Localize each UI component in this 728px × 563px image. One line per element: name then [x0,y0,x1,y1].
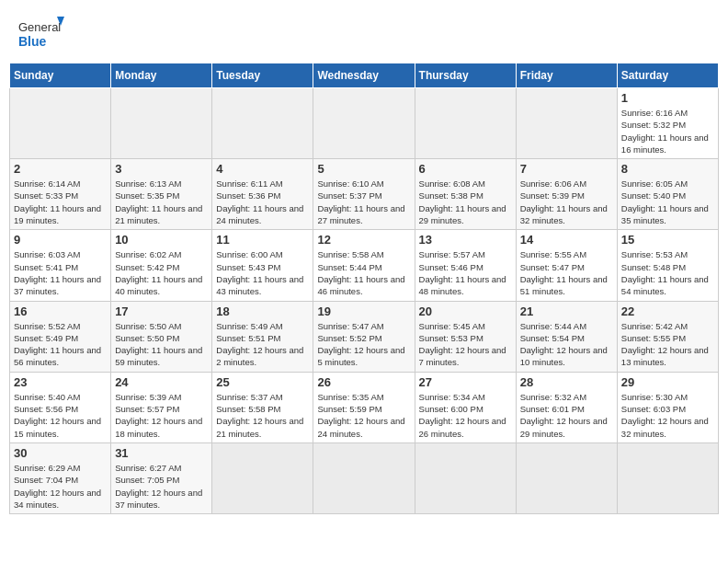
calendar-week-row: 16Sunrise: 5:52 AMSunset: 5:49 PMDayligh… [10,301,719,372]
calendar-day-cell: 10Sunrise: 6:02 AMSunset: 5:42 PMDayligh… [111,230,212,301]
calendar-day-cell: 27Sunrise: 5:34 AMSunset: 6:00 PMDayligh… [415,372,516,442]
calendar-day-cell: 19Sunrise: 5:47 AMSunset: 5:52 PMDayligh… [313,301,415,372]
calendar-day-cell [516,442,617,513]
day-of-week-header: Saturday [617,63,718,88]
day-number: 11 [216,233,309,247]
day-number: 28 [520,375,613,389]
day-number: 7 [520,162,613,176]
calendar-day-cell [617,442,718,513]
day-number: 23 [14,375,107,389]
calendar-day-cell: 31Sunrise: 6:27 AMSunset: 7:05 PMDayligh… [111,442,212,513]
calendar-day-cell: 4Sunrise: 6:11 AMSunset: 5:36 PMDaylight… [212,159,313,230]
calendar-week-row: 23Sunrise: 5:40 AMSunset: 5:56 PMDayligh… [10,372,719,442]
calendar-day-cell: 12Sunrise: 5:58 AMSunset: 5:44 PMDayligh… [313,230,415,301]
day-info: Sunrise: 5:58 AMSunset: 5:44 PMDaylight:… [317,248,410,297]
day-of-week-header: Monday [111,63,212,88]
day-number: 1 [621,91,714,105]
day-number: 16 [14,304,107,318]
calendar-day-cell: 7Sunrise: 6:06 AMSunset: 5:39 PMDaylight… [516,159,617,230]
calendar-day-cell: 26Sunrise: 5:35 AMSunset: 5:59 PMDayligh… [313,372,415,442]
calendar-day-cell: 13Sunrise: 5:57 AMSunset: 5:46 PMDayligh… [415,230,516,301]
day-info: Sunrise: 5:39 AMSunset: 5:57 PMDaylight:… [115,391,208,440]
day-info: Sunrise: 5:32 AMSunset: 6:01 PMDaylight:… [520,391,613,440]
day-number: 31 [115,446,208,460]
calendar-day-cell [313,88,415,159]
day-number: 14 [520,233,613,247]
day-info: Sunrise: 5:37 AMSunset: 5:58 PMDaylight:… [216,391,309,440]
day-info: Sunrise: 5:55 AMSunset: 5:47 PMDaylight:… [520,248,613,297]
day-number: 15 [621,233,714,247]
calendar-day-cell: 20Sunrise: 5:45 AMSunset: 5:53 PMDayligh… [415,301,516,372]
calendar-day-cell: 22Sunrise: 5:42 AMSunset: 5:55 PMDayligh… [617,301,718,372]
day-number: 21 [520,304,613,318]
calendar-day-cell: 8Sunrise: 6:05 AMSunset: 5:40 PMDaylight… [617,159,718,230]
logo: General Blue [18,17,64,53]
day-of-week-header: Sunday [10,63,111,88]
calendar-day-cell: 6Sunrise: 6:08 AMSunset: 5:38 PMDaylight… [415,159,516,230]
day-info: Sunrise: 6:27 AMSunset: 7:05 PMDaylight:… [115,462,208,511]
calendar-table: SundayMondayTuesdayWednesdayThursdayFrid… [9,63,719,514]
day-number: 29 [621,375,714,389]
day-info: Sunrise: 6:29 AMSunset: 7:04 PMDaylight:… [14,462,107,511]
day-info: Sunrise: 6:10 AMSunset: 5:37 PMDaylight:… [317,178,410,226]
day-number: 22 [621,304,714,318]
day-info: Sunrise: 5:47 AMSunset: 5:52 PMDaylight:… [317,320,410,369]
day-number: 9 [14,233,107,247]
page-header: General Blue [9,9,719,57]
calendar-day-cell [516,88,617,159]
day-info: Sunrise: 6:11 AMSunset: 5:36 PMDaylight:… [216,178,309,226]
day-number: 19 [317,304,410,318]
day-info: Sunrise: 6:16 AMSunset: 5:32 PMDaylight:… [621,107,714,155]
day-number: 26 [317,375,410,389]
calendar-week-row: 2Sunrise: 6:14 AMSunset: 5:33 PMDaylight… [10,159,719,230]
day-info: Sunrise: 5:40 AMSunset: 5:56 PMDaylight:… [14,391,107,440]
day-of-week-header: Wednesday [313,63,415,88]
day-number: 24 [115,375,208,389]
calendar-day-cell [313,442,415,513]
day-number: 18 [216,304,309,318]
day-number: 12 [317,233,410,247]
day-number: 13 [419,233,512,247]
day-info: Sunrise: 5:35 AMSunset: 5:59 PMDaylight:… [317,391,410,440]
day-of-week-header: Thursday [415,63,516,88]
calendar-day-cell: 2Sunrise: 6:14 AMSunset: 5:33 PMDaylight… [10,159,111,230]
day-info: Sunrise: 6:00 AMSunset: 5:43 PMDaylight:… [216,248,309,297]
calendar-day-cell [415,88,516,159]
day-info: Sunrise: 5:44 AMSunset: 5:54 PMDaylight:… [520,320,613,369]
day-info: Sunrise: 6:03 AMSunset: 5:41 PMDaylight:… [14,248,107,297]
calendar-day-cell: 21Sunrise: 5:44 AMSunset: 5:54 PMDayligh… [516,301,617,372]
calendar-day-cell [10,88,111,159]
calendar-day-cell: 23Sunrise: 5:40 AMSunset: 5:56 PMDayligh… [10,372,111,442]
day-number: 5 [317,162,410,176]
svg-text:General: General [18,20,61,34]
day-info: Sunrise: 5:49 AMSunset: 5:51 PMDaylight:… [216,320,309,369]
day-info: Sunrise: 5:57 AMSunset: 5:46 PMDaylight:… [419,248,512,297]
day-number: 17 [115,304,208,318]
calendar-day-cell [212,88,313,159]
calendar-day-cell: 5Sunrise: 6:10 AMSunset: 5:37 PMDaylight… [313,159,415,230]
calendar-day-cell: 1Sunrise: 6:16 AMSunset: 5:32 PMDaylight… [617,88,718,159]
calendar-day-cell: 18Sunrise: 5:49 AMSunset: 5:51 PMDayligh… [212,301,313,372]
calendar-header-row: SundayMondayTuesdayWednesdayThursdayFrid… [10,63,719,88]
day-info: Sunrise: 5:53 AMSunset: 5:48 PMDaylight:… [621,248,714,297]
calendar-day-cell: 11Sunrise: 6:00 AMSunset: 5:43 PMDayligh… [212,230,313,301]
day-info: Sunrise: 5:34 AMSunset: 6:00 PMDaylight:… [419,391,512,440]
day-info: Sunrise: 5:30 AMSunset: 6:03 PMDaylight:… [621,391,714,440]
day-info: Sunrise: 6:02 AMSunset: 5:42 PMDaylight:… [115,248,208,297]
calendar-day-cell: 29Sunrise: 5:30 AMSunset: 6:03 PMDayligh… [617,372,718,442]
day-info: Sunrise: 6:06 AMSunset: 5:39 PMDaylight:… [520,178,613,226]
calendar-day-cell [415,442,516,513]
day-info: Sunrise: 6:05 AMSunset: 5:40 PMDaylight:… [621,178,714,226]
day-info: Sunrise: 5:52 AMSunset: 5:49 PMDaylight:… [14,320,107,369]
calendar-day-cell: 15Sunrise: 5:53 AMSunset: 5:48 PMDayligh… [617,230,718,301]
day-number: 25 [216,375,309,389]
day-info: Sunrise: 5:42 AMSunset: 5:55 PMDaylight:… [621,320,714,369]
calendar-week-row: 9Sunrise: 6:03 AMSunset: 5:41 PMDaylight… [10,230,719,301]
calendar-day-cell: 24Sunrise: 5:39 AMSunset: 5:57 PMDayligh… [111,372,212,442]
svg-text:Blue: Blue [18,34,47,49]
day-info: Sunrise: 5:50 AMSunset: 5:50 PMDaylight:… [115,320,208,369]
day-info: Sunrise: 6:13 AMSunset: 5:35 PMDaylight:… [115,178,208,226]
day-of-week-header: Friday [516,63,617,88]
logo-svg: General Blue [18,17,64,53]
calendar-day-cell [212,442,313,513]
